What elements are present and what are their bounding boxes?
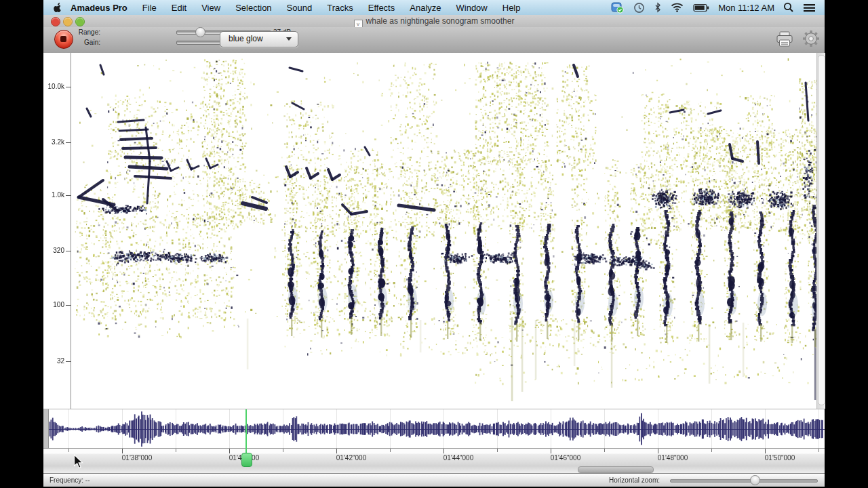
menu-bar: Amadeus ProFileEditViewSelectionSoundTra…	[43, 0, 825, 16]
menu-item-file[interactable]: File	[135, 3, 164, 13]
menu-item-tracks[interactable]: Tracks	[319, 3, 361, 13]
freq-tick	[66, 361, 71, 362]
range-label: Range:	[73, 28, 100, 36]
horizontal-scrollbar[interactable]	[43, 466, 825, 473]
frequency-axis	[71, 53, 71, 409]
stop-square-icon	[60, 36, 66, 42]
ruler-tick-minor	[176, 449, 176, 452]
palette-value: blue glow	[229, 34, 263, 43]
freq-label-3.2k: 3.2k	[43, 138, 64, 146]
freq-tick	[66, 305, 71, 306]
time-ruler[interactable]: 01'38"00001'40"00001'42"00001'44"00001'4…	[43, 448, 825, 466]
ruler-tick-minor	[818, 449, 819, 452]
palette-dropdown[interactable]: blue glow	[220, 31, 298, 47]
window-title-text: whale as nightingale sonogram smoother	[366, 16, 515, 26]
ruler-tick-major	[122, 449, 123, 453]
freq-label-1.0k: 1.0k	[43, 191, 64, 199]
ruler-label: 01'46"000	[551, 454, 580, 462]
battery-icon[interactable]	[693, 3, 709, 12]
chevron-down-icon	[286, 37, 292, 41]
menu-item-window[interactable]: Window	[449, 3, 495, 13]
pane-edge-strip	[43, 409, 49, 448]
gain-label: Gain:	[73, 39, 100, 46]
menu-item-amadeus-pro[interactable]: Amadeus Pro	[63, 3, 135, 13]
bluetooth-icon[interactable]	[654, 2, 661, 13]
notification-center-icon[interactable]	[804, 3, 815, 12]
ruler-tick-minor	[497, 449, 498, 452]
freq-label-10.0k: 10.0k	[43, 83, 64, 90]
freq-label-100: 100	[43, 301, 64, 308]
ruler-tick-minor	[604, 449, 605, 452]
ruler-tick-minor	[68, 449, 69, 452]
freq-tick	[66, 195, 71, 196]
ruler-label: 01'38"000	[122, 454, 152, 462]
gear-icon	[801, 28, 821, 49]
spotlight-icon[interactable]	[783, 2, 794, 13]
ruler-tick-minor	[390, 449, 391, 452]
mouse-cursor	[73, 454, 84, 472]
horizontal-zoom-slider[interactable]	[670, 479, 818, 483]
printer-icon	[775, 30, 794, 48]
frequency-readout: Frequency: --	[50, 476, 90, 484]
horizontal-scrollbar-thumb[interactable]	[578, 466, 654, 473]
vertical-scrollbar-thumb[interactable]	[818, 55, 825, 405]
freq-tick	[66, 251, 71, 251]
ruler-label: 01'42"000	[336, 454, 366, 462]
toolbar	[43, 27, 825, 54]
freq-label-32: 32	[43, 357, 64, 365]
ruler-tick-major	[551, 449, 551, 453]
print-button[interactable]	[775, 30, 794, 51]
waveform-canvas[interactable]	[43, 409, 825, 448]
time-machine-icon[interactable]	[633, 2, 645, 14]
stop-button[interactable]	[54, 30, 73, 49]
ruler-tick-minor	[711, 449, 712, 452]
menu-clock[interactable]: Mon 11:12 AM	[718, 3, 774, 13]
menu-status-area: Mon 11:12 AM	[606, 0, 825, 15]
ruler-tick-major	[443, 449, 444, 453]
screen: Amadeus ProFileEditViewSelectionSoundTra…	[0, 0, 868, 488]
menu-item-sound[interactable]: Sound	[279, 3, 320, 13]
ruler-tick-minor	[283, 449, 283, 452]
menu-items: Amadeus ProFileEditViewSelectionSoundTra…	[63, 3, 528, 13]
status-bar: Frequency: -- Horizontal zoom:	[43, 473, 825, 487]
vertical-scrollbar[interactable]	[816, 53, 825, 409]
ruler-tick-major	[229, 449, 230, 453]
ruler-label: 01'44"000	[443, 454, 473, 462]
apple-icon	[52, 2, 62, 14]
menu-item-selection[interactable]: Selection	[228, 3, 279, 13]
ruler-tick-major	[765, 449, 766, 453]
playhead-handle[interactable]	[241, 453, 252, 467]
menu-item-help[interactable]: Help	[495, 3, 528, 13]
ruler-label: 01'50"000	[765, 454, 795, 462]
freq-tick	[66, 87, 71, 87]
wifi-icon[interactable]	[671, 3, 684, 12]
sync-status-icon[interactable]	[611, 2, 624, 14]
apple-menu-icon[interactable]	[52, 2, 62, 14]
sonogram-canvas[interactable]	[43, 53, 825, 409]
horizontal-zoom-label: Horizontal zoom:	[609, 476, 660, 484]
menu-item-analyze[interactable]: Analyze	[402, 3, 448, 13]
freq-tick	[66, 142, 71, 143]
ruler-label: 01'48"000	[658, 454, 688, 462]
menu-item-effects[interactable]: Effects	[361, 3, 403, 13]
ruler-tick-major	[336, 449, 337, 453]
ruler-tick-major	[658, 449, 658, 453]
range-slider-thumb[interactable]	[195, 27, 205, 37]
menu-item-view[interactable]: View	[194, 3, 228, 13]
arrow-cursor-icon	[73, 454, 84, 469]
menu-item-edit[interactable]: Edit	[164, 3, 194, 13]
settings-button[interactable]	[801, 28, 821, 52]
freq-label-320: 320	[43, 247, 64, 254]
horizontal-zoom-thumb[interactable]	[750, 475, 760, 485]
